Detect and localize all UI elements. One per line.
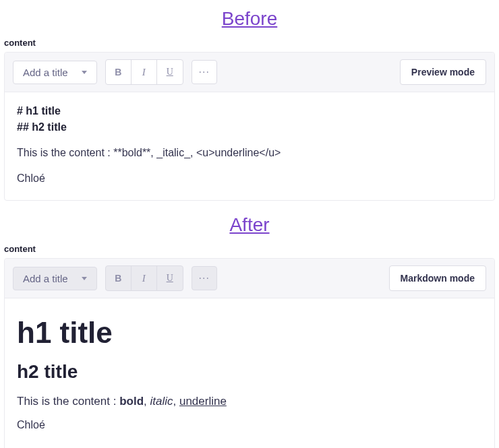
preview-mode-button[interactable]: Preview mode: [400, 59, 486, 85]
bold-button[interactable]: B: [106, 266, 131, 290]
raw-name-line: Chloé: [17, 170, 482, 187]
title-dropdown-label: Add a title: [23, 273, 68, 284]
rendered-h2: h2 title: [17, 358, 482, 386]
chevron-down-icon: [82, 277, 87, 280]
underline-button[interactable]: U: [157, 266, 183, 290]
raw-content-line: This is the content : **bold**, _italic_…: [17, 145, 482, 161]
chevron-down-icon: [82, 71, 87, 74]
rendered-name: Chloé: [17, 417, 482, 433]
italic-button[interactable]: I: [131, 60, 157, 84]
toolbar-after: Add a title B I U ··· Markdown mode: [5, 259, 494, 298]
editor-body-before[interactable]: # h1 title ## h2 title This is the conte…: [5, 92, 494, 200]
more-button[interactable]: ···: [192, 60, 217, 84]
title-dropdown[interactable]: Add a title: [13, 61, 97, 84]
before-heading: Before: [0, 8, 499, 30]
editor-after: Add a title B I U ··· Markdown mode h1 t…: [4, 258, 495, 448]
raw-h2-line: ## h2 title: [17, 119, 482, 135]
raw-h1-line: # h1 title: [17, 103, 482, 119]
title-dropdown-label: Add a title: [23, 67, 68, 78]
ellipsis-icon: ···: [199, 66, 210, 78]
separator: ,: [173, 395, 179, 408]
more-button[interactable]: ···: [192, 266, 217, 290]
rendered-content-line: This is the content : bold, italic, unde…: [17, 393, 482, 410]
title-dropdown[interactable]: Add a title: [13, 267, 97, 290]
markdown-mode-button[interactable]: Markdown mode: [389, 265, 486, 291]
underline-word: underline: [179, 395, 227, 408]
editor-before: Add a title B I U ··· Preview mode # h1 …: [4, 52, 495, 201]
field-label-before: content: [0, 35, 499, 52]
bold-word: bold: [119, 395, 144, 408]
format-button-group: B I U: [105, 265, 183, 291]
toolbar-before: Add a title B I U ··· Preview mode: [5, 53, 494, 92]
ellipsis-icon: ···: [199, 272, 210, 284]
italic-button[interactable]: I: [131, 266, 157, 290]
underline-button[interactable]: U: [157, 60, 183, 84]
content-prefix: This is the content :: [17, 395, 119, 408]
after-heading: After: [0, 214, 499, 236]
rendered-h1: h1 title: [17, 311, 482, 355]
bold-button[interactable]: B: [106, 60, 131, 84]
format-button-group: B I U: [105, 59, 183, 85]
field-label-after: content: [0, 241, 499, 258]
editor-body-after: h1 title h2 title This is the content : …: [5, 298, 494, 448]
italic-word: italic: [150, 395, 173, 408]
